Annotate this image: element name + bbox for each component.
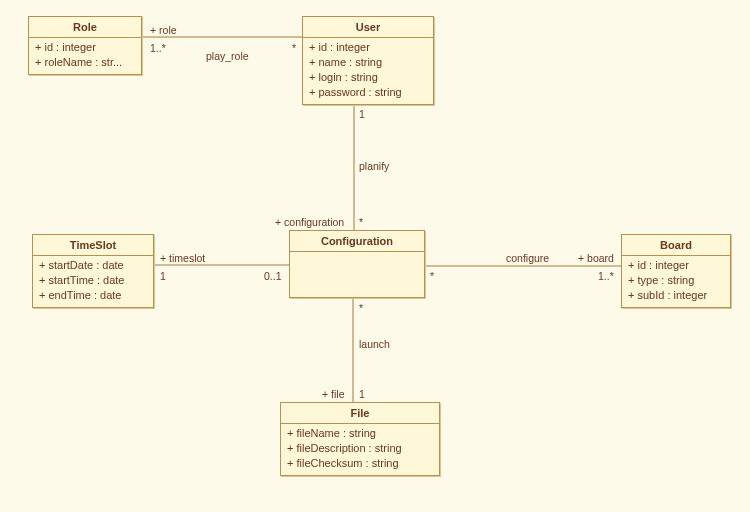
class-board[interactable]: Board + id : integer + type : string + s… [621,234,731,308]
class-title: User [303,17,433,38]
attr: + id : integer [628,258,724,273]
attr: + type : string [628,273,724,288]
uml-canvas: Role + id : integer + roleName : str... … [0,0,750,512]
attr: + fileDescription : string [287,441,433,456]
assoc-mult-label: * [359,216,363,228]
attr: + startDate : date [39,258,147,273]
assoc-mult-label: 1 [359,388,365,400]
assoc-mult-label: * [292,42,296,54]
attr: + subId : integer [628,288,724,303]
class-title: TimeSlot [33,235,153,256]
assoc-name-label: play_role [206,50,249,62]
assoc-name-label: planify [359,160,389,172]
attr: + password : string [309,85,427,100]
class-title: Board [622,235,730,256]
assoc-end-label: + file [322,388,344,400]
class-role[interactable]: Role + id : integer + roleName : str... [28,16,142,75]
attr: + id : integer [35,40,135,55]
attr: + fileName : string [287,426,433,441]
class-attrs: + id : integer + name : string + login :… [303,38,433,104]
assoc-end-label: + timeslot [160,252,205,264]
assoc-name-label: configure [506,252,549,264]
attr: + name : string [309,55,427,70]
assoc-mult-label: * [430,270,434,282]
assoc-end-label: + role [150,24,177,36]
class-title: Role [29,17,141,38]
class-title: File [281,403,439,424]
attr: + roleName : str... [35,55,135,70]
attr: + login : string [309,70,427,85]
class-attrs: + id : integer + roleName : str... [29,38,141,74]
assoc-name-label: launch [359,338,390,350]
class-title: Configuration [290,231,424,252]
assoc-mult-label: * [359,302,363,314]
assoc-mult-label: 1 [160,270,166,282]
class-attrs: + startDate : date + startTime : date + … [33,256,153,307]
class-user[interactable]: User + id : integer + name : string + lo… [302,16,434,105]
class-attrs: + id : integer + type : string + subId :… [622,256,730,307]
attr: + fileChecksum : string [287,456,433,471]
assoc-mult-label: 1 [359,108,365,120]
attr: + id : integer [309,40,427,55]
assoc-mult-label: 0..1 [264,270,282,282]
assoc-mult-label: 1..* [598,270,614,282]
class-attrs [290,252,424,258]
assoc-end-label: + board [578,252,614,264]
class-configuration[interactable]: Configuration [289,230,425,298]
class-timeslot[interactable]: TimeSlot + startDate : date + startTime … [32,234,154,308]
attr: + startTime : date [39,273,147,288]
class-file[interactable]: File + fileName : string + fileDescripti… [280,402,440,476]
attr: + endTime : date [39,288,147,303]
class-attrs: + fileName : string + fileDescription : … [281,424,439,475]
assoc-end-label: + configuration [275,216,344,228]
assoc-mult-label: 1..* [150,42,166,54]
